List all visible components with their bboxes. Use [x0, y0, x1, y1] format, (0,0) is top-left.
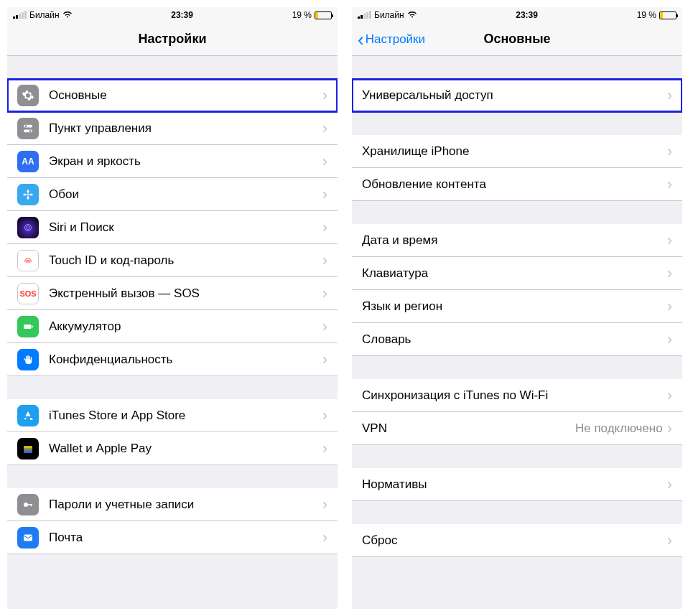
row-label: Wallet и Apple Pay [49, 442, 322, 456]
back-button[interactable]: ‹ Настройки [358, 23, 425, 55]
row-label: Siri и Поиск [49, 220, 322, 235]
chevron-icon: › [667, 475, 672, 494]
row-battery[interactable]: Аккумулятор › [7, 310, 338, 343]
chevron-icon: › [322, 495, 327, 514]
row-label: Экстренный вызов — SOS [49, 286, 322, 301]
fingerprint-icon [17, 250, 39, 271]
status-bar: Билайн 23:39 19 % [352, 7, 682, 23]
row-emergency-sos[interactable]: SOS Экстренный вызов — SOS › [7, 277, 338, 310]
row-dictionary[interactable]: Словарь › [352, 323, 682, 356]
row-label: Нормативы [362, 477, 667, 492]
back-label: Настройки [366, 32, 425, 47]
svg-rect-19 [31, 504, 32, 506]
row-iphone-storage[interactable]: Хранилище iPhone › [352, 135, 682, 168]
svg-rect-16 [24, 451, 32, 453]
chevron-left-icon: ‹ [358, 30, 364, 49]
row-itunes-wifi-sync[interactable]: Синхронизация с iTunes по Wi-Fi › [352, 379, 682, 412]
row-mail[interactable]: Почта › [7, 521, 338, 554]
row-date-time[interactable]: Дата и время › [352, 224, 682, 257]
row-value: Не подключено [575, 421, 663, 436]
chevron-icon: › [667, 86, 672, 105]
row-label: Язык и регион [362, 299, 667, 314]
status-left: Билайн [358, 10, 417, 20]
carrier-label: Билайн [374, 10, 404, 20]
row-vpn[interactable]: VPN Не подключено › [352, 412, 682, 445]
chevron-icon: › [322, 86, 327, 105]
mail-icon [17, 527, 39, 549]
wifi-icon [407, 10, 417, 20]
general-list[interactable]: Универсальный доступ › Хранилище iPhone … [352, 56, 682, 609]
status-bar: Билайн 23:39 19 % [7, 7, 338, 23]
row-itunes-appstore[interactable]: iTunes Store и App Store › [7, 399, 338, 432]
row-label: Клавиатура [362, 266, 667, 281]
row-wallet-applepay[interactable]: Wallet и Apple Pay › [7, 432, 338, 465]
svg-point-2 [25, 125, 27, 127]
row-reset[interactable]: Сброс › [352, 524, 682, 557]
row-privacy[interactable]: Конфиденциальность › [7, 343, 338, 376]
chevron-icon: › [322, 119, 327, 138]
phone-left: Билайн 23:39 19 % Настройки Основные › П… [7, 7, 338, 609]
chevron-icon: › [667, 175, 672, 194]
chevron-icon: › [667, 386, 672, 405]
flower-icon [17, 184, 39, 205]
chevron-icon: › [322, 439, 327, 458]
row-label: Словарь [362, 332, 667, 347]
row-control-center[interactable]: Пункт управления › [7, 112, 338, 145]
row-siri-search[interactable]: Siri и Поиск › [7, 211, 338, 244]
svg-point-3 [29, 129, 32, 131]
battery-icon [315, 11, 332, 19]
row-label: Аккумулятор [49, 319, 322, 334]
chevron-icon: › [667, 142, 672, 161]
battery-row-icon [17, 316, 39, 337]
row-keyboard[interactable]: Клавиатура › [352, 257, 682, 290]
toggles-icon [17, 118, 39, 139]
row-accessibility[interactable]: Универсальный доступ › [352, 79, 682, 112]
row-label: Универсальный доступ [362, 88, 667, 103]
row-display-brightness[interactable]: AA Экран и яркость › [7, 145, 338, 178]
battery-icon [659, 11, 676, 19]
row-regulatory[interactable]: Нормативы › [352, 468, 682, 501]
row-label: Дата и время [362, 233, 667, 248]
appstore-icon [17, 405, 39, 426]
row-passwords-accounts[interactable]: Пароли и учетные записи › [7, 488, 338, 521]
row-background-refresh[interactable]: Обновление контента › [352, 168, 682, 201]
row-wallpaper[interactable]: Обои › [7, 178, 338, 211]
settings-list[interactable]: Основные › Пункт управления › AA Экран и… [7, 56, 338, 609]
chevron-icon: › [322, 406, 327, 425]
signal-icon [358, 11, 371, 19]
svg-point-7 [23, 193, 27, 195]
row-label: Сброс [362, 533, 667, 548]
nav-bar: Настройки [7, 23, 338, 56]
row-label: Обновление контента [362, 177, 667, 192]
chevron-icon: › [322, 284, 327, 303]
row-label: VPN [362, 421, 575, 436]
status-time: 23:39 [171, 10, 193, 20]
phone-right: Билайн 23:39 19 % ‹ Настройки Основные У… [352, 7, 682, 609]
row-language-region[interactable]: Язык и регион › [352, 290, 682, 323]
svg-point-9 [25, 224, 32, 230]
wallet-icon [17, 438, 39, 459]
svg-point-10 [26, 225, 29, 229]
chevron-icon: › [667, 231, 672, 250]
svg-point-4 [27, 193, 29, 195]
chevron-icon: › [322, 218, 327, 237]
sos-icon: SOS [17, 283, 39, 304]
row-touchid-passcode[interactable]: Touch ID и код-пароль › [7, 244, 338, 277]
svg-rect-20 [24, 534, 32, 541]
chevron-icon: › [322, 152, 327, 171]
chevron-icon: › [322, 350, 327, 369]
status-right: 19 % [637, 10, 676, 20]
row-general[interactable]: Основные › [7, 79, 338, 112]
svg-point-5 [27, 190, 29, 193]
nav-title: Настройки [139, 32, 207, 47]
text-size-icon: AA [17, 151, 39, 172]
row-label: Хранилище iPhone [362, 144, 667, 159]
chevron-icon: › [667, 419, 672, 438]
row-label: Конфиденциальность [49, 353, 322, 367]
row-label: Почта [49, 531, 322, 545]
chevron-icon: › [322, 317, 327, 336]
wifi-icon [62, 10, 73, 20]
status-left: Билайн [13, 10, 73, 20]
battery-percent: 19 % [637, 10, 656, 20]
chevron-icon: › [667, 330, 672, 349]
